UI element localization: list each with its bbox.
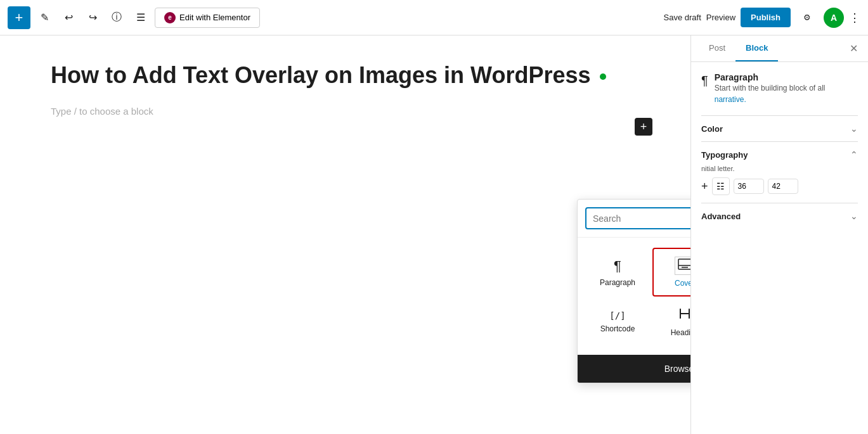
paragraph-block-icon: ¶ [701,73,708,88]
typography-section-header[interactable]: Typography ⌃ [701,150,858,160]
advanced-section-title: Advanced [701,212,741,221]
elementor-logo: e [164,12,176,23]
inserter-shortcode-label: Shortcode [600,324,635,333]
panel-content: ¶ Paragraph Start with the building bloc… [691,62,868,434]
elementor-button-label: Edit with Elementor [179,13,250,22]
filter-button[interactable]: ☷ [712,177,730,195]
block-info: ¶ Paragraph Start with the building bloc… [701,72,858,105]
inserter-heading-label: Heading [671,328,690,337]
heading-icon [678,307,690,324]
typography-section: Typography ⌃ nitial letter. + ☷ [701,141,858,203]
color-chevron-icon: ⌄ [850,124,858,134]
undo-icon: ↩ [65,11,73,23]
block-search-input[interactable] [593,214,690,224]
advanced-section: Advanced ⌄ [701,203,858,229]
add-block-button[interactable]: + [8,6,30,29]
toolbar: + ✎ ↩ ↪ ⓘ ☰ e Edit with Elementor Save d… [0,0,868,35]
publish-button[interactable]: Publish [741,8,791,27]
advanced-section-header[interactable]: Advanced ⌄ [701,211,858,221]
inserter-item-paragraph[interactable]: ¶ Paragraph [585,248,650,297]
block-inserter-popup: 🔍 ¶ Paragraph [577,199,690,383]
paragraph-icon: ¶ [614,258,621,274]
inserter-grid: ¶ Paragraph Cover [578,238,690,355]
typography-controls: + ☷ [701,177,858,195]
tools-icon-button[interactable]: ✎ [34,8,55,28]
shortcode-icon: [/] [609,310,625,321]
undo-button[interactable]: ↩ [58,8,79,28]
inserter-paragraph-label: Paragraph [600,278,635,287]
panel-tabs: Post Block ✕ [691,35,868,62]
preview-button[interactable]: Preview [706,13,735,22]
toolbar-left: + ✎ ↩ ↪ ⓘ ☰ e Edit with Elementor [8,6,659,29]
initial-letter-text: nitial letter. [701,165,858,172]
tab-post[interactable]: Post [699,35,735,61]
block-info-text: Paragraph Start with the building block … [715,72,858,105]
info-button[interactable]: ⓘ [107,8,127,28]
elementor-button[interactable]: e Edit with Elementor [155,8,260,28]
cover-icon [675,257,690,275]
inserter-search-box: 🔍 [585,207,690,229]
toolbar-right: Save draft Preview Publish ⚙ A ⋮ [664,6,860,29]
inserter-cover-label: Cover [675,279,690,288]
block-info-title: Paragraph [715,72,858,82]
settings-button[interactable]: ⚙ [796,6,819,29]
redo-button[interactable]: ↪ [82,8,103,28]
narrative-link[interactable]: narrative. [715,95,746,104]
redo-icon: ↪ [89,11,97,23]
close-panel-button[interactable]: ✕ [847,40,860,57]
filter-icon: ☷ [716,181,725,191]
panel-tab-group: Post Block [699,35,778,61]
tools-icon: ✎ [41,11,49,23]
line-height-input[interactable] [768,179,798,194]
user-avatar-button[interactable]: A [824,8,844,28]
typography-section-title: Typography [701,150,748,160]
avatar-initial: A [831,13,837,23]
block-placeholder[interactable]: Type / to choose a block [51,106,640,117]
more-options-icon: ⋮ [849,11,860,24]
save-draft-button[interactable]: Save draft [664,13,701,22]
right-panel: Post Block ✕ ¶ Paragraph Start with the … [690,35,868,434]
inserter-search-area: 🔍 [578,200,690,238]
typography-chevron-icon: ⌃ [850,150,858,160]
gear-icon: ⚙ [803,13,811,22]
block-info-desc: Start with the building block of all nar… [715,82,858,105]
close-icon: ✕ [850,43,858,54]
status-dot [600,73,606,80]
editor-area: How to Add Text Overlay on Images in Wor… [0,35,690,434]
more-options-button[interactable]: ⋮ [849,11,860,25]
main-layout: How to Add Text Overlay on Images in Wor… [0,35,868,434]
font-size-input[interactable] [734,179,764,194]
color-section-header[interactable]: Color ⌄ [701,124,858,134]
inserter-item-heading[interactable]: Heading [652,299,690,345]
list-view-icon: ☰ [136,11,145,23]
color-section: Color ⌄ [701,115,858,141]
tab-block[interactable]: Block [735,35,778,61]
list-view-button[interactable]: ☰ [131,8,151,28]
info-icon: ⓘ [112,11,122,24]
post-title[interactable]: How to Add Text Overlay on Images in Wor… [51,61,640,91]
add-typography-button[interactable]: + [701,180,708,193]
browse-all-button[interactable]: Browse all [578,355,690,383]
inline-add-block-button[interactable]: + [635,118,652,136]
color-section-title: Color [701,124,723,134]
inserter-item-cover[interactable]: Cover [652,248,690,297]
advanced-chevron-icon: ⌄ [850,211,858,221]
inserter-item-shortcode[interactable]: [/] Shortcode [585,299,650,345]
